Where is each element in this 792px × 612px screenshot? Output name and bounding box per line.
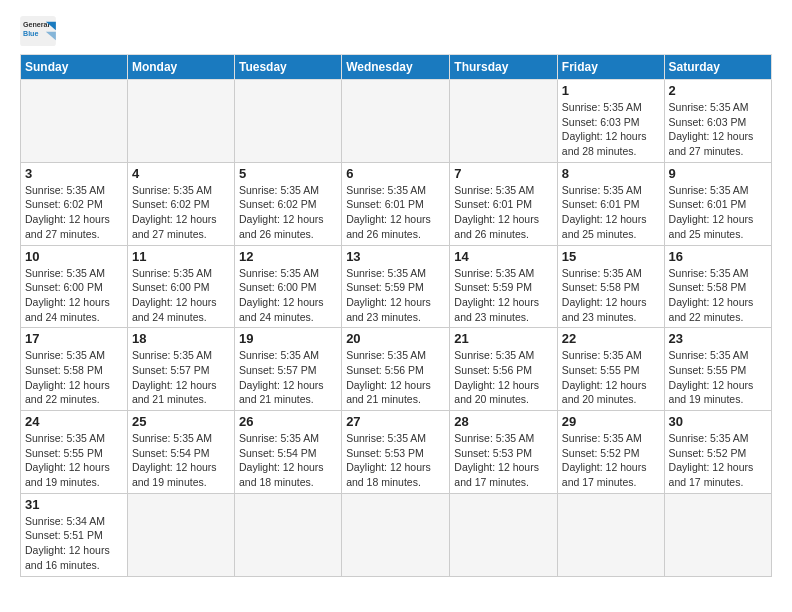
day-info: Sunrise: 5:35 AM Sunset: 5:55 PM Dayligh… [25, 431, 123, 490]
calendar-day-cell: 29Sunrise: 5:35 AM Sunset: 5:52 PM Dayli… [557, 411, 664, 494]
logo: General Blue [20, 16, 56, 46]
day-of-week-header: Monday [127, 55, 234, 80]
calendar-day-cell: 30Sunrise: 5:35 AM Sunset: 5:52 PM Dayli… [664, 411, 771, 494]
day-number: 14 [454, 249, 553, 264]
svg-text:Blue: Blue [23, 30, 38, 38]
calendar-day-cell: 28Sunrise: 5:35 AM Sunset: 5:53 PM Dayli… [450, 411, 558, 494]
day-info: Sunrise: 5:35 AM Sunset: 5:53 PM Dayligh… [346, 431, 445, 490]
day-number: 1 [562, 83, 660, 98]
day-number: 17 [25, 331, 123, 346]
calendar-day-cell [21, 80, 128, 163]
calendar-day-cell: 23Sunrise: 5:35 AM Sunset: 5:55 PM Dayli… [664, 328, 771, 411]
day-of-week-header: Wednesday [342, 55, 450, 80]
day-number: 18 [132, 331, 230, 346]
calendar-day-cell: 16Sunrise: 5:35 AM Sunset: 5:58 PM Dayli… [664, 245, 771, 328]
calendar-week-row: 31Sunrise: 5:34 AM Sunset: 5:51 PM Dayli… [21, 493, 772, 576]
day-info: Sunrise: 5:35 AM Sunset: 6:03 PM Dayligh… [669, 100, 767, 159]
day-number: 29 [562, 414, 660, 429]
day-info: Sunrise: 5:35 AM Sunset: 5:54 PM Dayligh… [239, 431, 337, 490]
day-info: Sunrise: 5:35 AM Sunset: 6:01 PM Dayligh… [562, 183, 660, 242]
day-number: 6 [346, 166, 445, 181]
calendar-day-cell [450, 493, 558, 576]
calendar-day-cell: 9Sunrise: 5:35 AM Sunset: 6:01 PM Daylig… [664, 162, 771, 245]
day-info: Sunrise: 5:35 AM Sunset: 5:52 PM Dayligh… [562, 431, 660, 490]
day-info: Sunrise: 5:35 AM Sunset: 6:01 PM Dayligh… [669, 183, 767, 242]
day-number: 22 [562, 331, 660, 346]
calendar-day-cell: 13Sunrise: 5:35 AM Sunset: 5:59 PM Dayli… [342, 245, 450, 328]
day-info: Sunrise: 5:35 AM Sunset: 6:01 PM Dayligh… [346, 183, 445, 242]
calendar-day-cell: 4Sunrise: 5:35 AM Sunset: 6:02 PM Daylig… [127, 162, 234, 245]
day-info: Sunrise: 5:35 AM Sunset: 6:00 PM Dayligh… [132, 266, 230, 325]
day-info: Sunrise: 5:35 AM Sunset: 5:54 PM Dayligh… [132, 431, 230, 490]
day-info: Sunrise: 5:35 AM Sunset: 6:00 PM Dayligh… [25, 266, 123, 325]
day-info: Sunrise: 5:35 AM Sunset: 5:58 PM Dayligh… [669, 266, 767, 325]
day-number: 5 [239, 166, 337, 181]
day-number: 24 [25, 414, 123, 429]
day-of-week-header: Sunday [21, 55, 128, 80]
calendar-day-cell: 7Sunrise: 5:35 AM Sunset: 6:01 PM Daylig… [450, 162, 558, 245]
calendar-day-cell [557, 493, 664, 576]
day-info: Sunrise: 5:35 AM Sunset: 5:59 PM Dayligh… [346, 266, 445, 325]
calendar-day-cell: 1Sunrise: 5:35 AM Sunset: 6:03 PM Daylig… [557, 80, 664, 163]
day-info: Sunrise: 5:35 AM Sunset: 5:55 PM Dayligh… [669, 348, 767, 407]
calendar-day-cell: 15Sunrise: 5:35 AM Sunset: 5:58 PM Dayli… [557, 245, 664, 328]
calendar-day-cell [127, 493, 234, 576]
day-info: Sunrise: 5:35 AM Sunset: 6:02 PM Dayligh… [25, 183, 123, 242]
page-header: General Blue [20, 16, 772, 46]
calendar-day-cell: 10Sunrise: 5:35 AM Sunset: 6:00 PM Dayli… [21, 245, 128, 328]
day-info: Sunrise: 5:34 AM Sunset: 5:51 PM Dayligh… [25, 514, 123, 573]
calendar-day-cell: 27Sunrise: 5:35 AM Sunset: 5:53 PM Dayli… [342, 411, 450, 494]
calendar-week-row: 10Sunrise: 5:35 AM Sunset: 6:00 PM Dayli… [21, 245, 772, 328]
calendar-day-cell [450, 80, 558, 163]
calendar-day-cell: 18Sunrise: 5:35 AM Sunset: 5:57 PM Dayli… [127, 328, 234, 411]
calendar-day-cell: 19Sunrise: 5:35 AM Sunset: 5:57 PM Dayli… [234, 328, 341, 411]
logo-icon: General Blue [20, 16, 56, 46]
day-info: Sunrise: 5:35 AM Sunset: 5:56 PM Dayligh… [454, 348, 553, 407]
day-number: 2 [669, 83, 767, 98]
day-number: 21 [454, 331, 553, 346]
day-number: 4 [132, 166, 230, 181]
day-info: Sunrise: 5:35 AM Sunset: 5:55 PM Dayligh… [562, 348, 660, 407]
day-number: 13 [346, 249, 445, 264]
calendar-day-cell: 3Sunrise: 5:35 AM Sunset: 6:02 PM Daylig… [21, 162, 128, 245]
day-number: 3 [25, 166, 123, 181]
day-number: 28 [454, 414, 553, 429]
calendar-table: SundayMondayTuesdayWednesdayThursdayFrid… [20, 54, 772, 577]
day-info: Sunrise: 5:35 AM Sunset: 5:58 PM Dayligh… [562, 266, 660, 325]
day-info: Sunrise: 5:35 AM Sunset: 5:58 PM Dayligh… [25, 348, 123, 407]
day-number: 25 [132, 414, 230, 429]
day-number: 15 [562, 249, 660, 264]
calendar-day-cell [664, 493, 771, 576]
day-number: 10 [25, 249, 123, 264]
day-info: Sunrise: 5:35 AM Sunset: 5:52 PM Dayligh… [669, 431, 767, 490]
day-info: Sunrise: 5:35 AM Sunset: 5:57 PM Dayligh… [239, 348, 337, 407]
calendar-day-cell: 14Sunrise: 5:35 AM Sunset: 5:59 PM Dayli… [450, 245, 558, 328]
day-of-week-header: Tuesday [234, 55, 341, 80]
calendar-day-cell: 2Sunrise: 5:35 AM Sunset: 6:03 PM Daylig… [664, 80, 771, 163]
calendar-day-cell: 5Sunrise: 5:35 AM Sunset: 6:02 PM Daylig… [234, 162, 341, 245]
day-info: Sunrise: 5:35 AM Sunset: 5:53 PM Dayligh… [454, 431, 553, 490]
day-number: 19 [239, 331, 337, 346]
calendar-day-cell [342, 80, 450, 163]
calendar-day-cell: 22Sunrise: 5:35 AM Sunset: 5:55 PM Dayli… [557, 328, 664, 411]
day-info: Sunrise: 5:35 AM Sunset: 5:59 PM Dayligh… [454, 266, 553, 325]
day-info: Sunrise: 5:35 AM Sunset: 6:00 PM Dayligh… [239, 266, 337, 325]
calendar-day-cell: 11Sunrise: 5:35 AM Sunset: 6:00 PM Dayli… [127, 245, 234, 328]
day-number: 20 [346, 331, 445, 346]
day-info: Sunrise: 5:35 AM Sunset: 6:02 PM Dayligh… [132, 183, 230, 242]
day-info: Sunrise: 5:35 AM Sunset: 5:57 PM Dayligh… [132, 348, 230, 407]
day-number: 16 [669, 249, 767, 264]
svg-text:General: General [23, 21, 50, 29]
day-number: 26 [239, 414, 337, 429]
day-number: 9 [669, 166, 767, 181]
day-info: Sunrise: 5:35 AM Sunset: 6:01 PM Dayligh… [454, 183, 553, 242]
day-number: 8 [562, 166, 660, 181]
calendar-day-cell: 31Sunrise: 5:34 AM Sunset: 5:51 PM Dayli… [21, 493, 128, 576]
day-number: 31 [25, 497, 123, 512]
calendar-day-cell [234, 80, 341, 163]
calendar-day-cell: 20Sunrise: 5:35 AM Sunset: 5:56 PM Dayli… [342, 328, 450, 411]
day-of-week-header: Saturday [664, 55, 771, 80]
calendar-day-cell: 8Sunrise: 5:35 AM Sunset: 6:01 PM Daylig… [557, 162, 664, 245]
calendar-week-row: 24Sunrise: 5:35 AM Sunset: 5:55 PM Dayli… [21, 411, 772, 494]
day-info: Sunrise: 5:35 AM Sunset: 6:02 PM Dayligh… [239, 183, 337, 242]
